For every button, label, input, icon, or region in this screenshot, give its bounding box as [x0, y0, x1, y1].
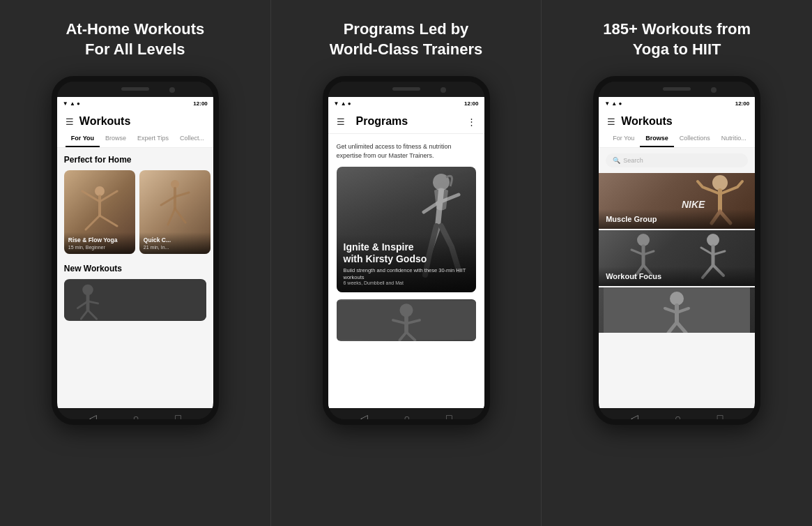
panel-3-title: 185+ Workouts from Yoga to HIIT — [603, 20, 751, 59]
home-nav-3[interactable]: ○ — [675, 412, 680, 423]
svg-line-9 — [175, 193, 189, 197]
menu-icon-3[interactable]: ☰ — [607, 117, 615, 127]
tab-collections-3[interactable]: Collections — [674, 132, 716, 147]
tabs-3: For You Browse Collections Nutritio... — [607, 132, 746, 147]
phone-3: ▼ ▲ ● 12:00 ☰ Workouts For You Browse Co… — [593, 76, 760, 425]
phone-bottom-3: ◁ ○ □ — [599, 408, 755, 425]
browse-grid-3: NIKE Muscle Group — [599, 173, 755, 333]
tabs-1: For You Browse Expert Tips Collect... — [66, 132, 205, 147]
screen-1-content: Perfect for Home — [57, 148, 213, 408]
quick-card[interactable]: Quick C... 21 min, In... — [139, 170, 210, 254]
status-time-3: 12:00 — [735, 100, 749, 107]
hero-meta: 6 weeks, Dumbbell and Mat — [344, 280, 469, 285]
browse-card-muscle[interactable]: NIKE Muscle Group — [599, 173, 755, 229]
recent-nav-3[interactable]: □ — [717, 412, 723, 423]
app-title-2: Programs — [356, 115, 408, 128]
back-nav-2[interactable]: ◁ — [360, 412, 368, 423]
search-bar-3[interactable]: 🔍 Search — [606, 153, 748, 167]
search-icon-3: 🔍 — [613, 157, 620, 164]
panel-2-title: Programs Led by World-Class Trainers — [330, 20, 483, 59]
svg-point-28 — [712, 175, 728, 190]
yoga-card-overlay: Rise & Flow Yoga 15 min, Beginner — [64, 232, 135, 254]
tab-browse-3[interactable]: Browse — [640, 132, 674, 147]
panel-1: At-Home Workouts For All Levels ▼ ▲ ● 12… — [0, 0, 270, 526]
tab-browse-1[interactable]: Browse — [100, 132, 132, 147]
phone-bottom-2: ◁ ○ □ — [328, 408, 484, 425]
status-time-1: 12:00 — [193, 100, 207, 107]
menu-icon-1[interactable]: ☰ — [66, 117, 74, 127]
status-bar-1: ▼ ▲ ● 12:00 — [57, 97, 213, 110]
browse-card-3[interactable] — [599, 287, 755, 333]
tab-for-you-1[interactable]: For You — [66, 132, 100, 147]
browse-card-focus-label: Workout Focus — [599, 266, 755, 286]
back-nav-3[interactable]: ◁ — [631, 412, 638, 423]
status-bar-3: ▼ ▲ ● 12:00 — [599, 97, 755, 110]
yoga-card[interactable]: Rise & Flow Yoga 15 min, Beginner — [64, 170, 135, 254]
phone-speaker-3 — [663, 87, 691, 91]
quick-card-meta: 21 min, In... — [144, 245, 206, 250]
svg-point-22 — [399, 304, 413, 317]
third-card-bg-svg — [599, 287, 755, 333]
app-header-2: ☰ Programs ⋮ — [328, 110, 484, 134]
new-workout-card[interactable] — [64, 279, 206, 321]
more-icon-2[interactable]: ⋮ — [467, 117, 476, 127]
status-signal-2: ▼ ▲ ● — [334, 100, 351, 107]
promo-text: Get unlimited access to fitness & nutrit… — [337, 142, 476, 160]
svg-text:NIKE: NIKE — [682, 199, 705, 210]
phone-camera — [169, 87, 175, 93]
menu-icon-2[interactable]: ☰ — [337, 117, 345, 127]
home-nav-2[interactable]: ○ — [404, 412, 410, 423]
workout-cards-row: Rise & Flow Yoga 15 min, Beginner — [64, 170, 206, 254]
section-title-new: New Workouts — [64, 264, 206, 273]
quick-card-label: Quick C... — [144, 236, 206, 243]
phone-speaker-2 — [392, 87, 420, 91]
program-hero-card[interactable]: Ignite & Inspire with Kirsty Godso Build… — [337, 167, 476, 292]
hero-title: Ignite & Inspire with Kirsty Godso — [344, 241, 469, 265]
home-nav-1[interactable]: ○ — [133, 412, 139, 423]
phone-1: ▼ ▲ ● 12:00 ☰ Workouts For You Browse Ex… — [52, 76, 219, 425]
svg-point-0 — [95, 186, 105, 196]
phone-bottom-1: ◁ ○ □ — [57, 408, 213, 425]
hero-text-overlay: Ignite & Inspire with Kirsty Godso Build… — [337, 234, 476, 292]
svg-point-31 — [707, 234, 719, 246]
yoga-card-meta: 15 min, Beginner — [68, 245, 131, 250]
recent-nav-1[interactable]: □ — [175, 412, 181, 423]
quick-figure-svg — [151, 177, 199, 233]
screen-2: ☰ Programs ⋮ Get unlimited access to fit… — [328, 110, 484, 408]
tab-nutrition-3[interactable]: Nutritio... — [716, 132, 752, 147]
app-title-1: Workouts — [79, 115, 130, 128]
phone-camera-2 — [441, 87, 446, 93]
app-title-3: Workouts — [621, 115, 672, 128]
browse-card-muscle-label: Muscle Group — [599, 209, 755, 229]
screen-2-content: Get unlimited access to fitness & nutrit… — [328, 134, 484, 408]
svg-line-10 — [168, 209, 175, 225]
yoga-card-label: Rise & Flow Yoga — [68, 236, 131, 243]
svg-line-11 — [175, 209, 185, 223]
phone-2: ▼ ▲ ● 12:00 ☰ Programs ⋮ Get unlimited a… — [323, 76, 490, 425]
quick-card-overlay: Quick C... 21 min, In... — [139, 232, 210, 254]
app-header-1: ☰ Workouts For You Browse Expert Tips Co… — [57, 110, 213, 148]
phone-camera-3 — [711, 87, 717, 93]
svg-line-5 — [100, 216, 117, 226]
panel-3: 185+ Workouts from Yoga to HIIT ▼ ▲ ● 12… — [542, 0, 812, 526]
phone-speaker — [121, 87, 149, 91]
svg-line-8 — [161, 197, 175, 205]
search-placeholder-3: Search — [623, 157, 643, 164]
status-time-2: 12:00 — [464, 100, 478, 107]
tab-for-you-3[interactable]: For You — [607, 132, 640, 147]
svg-point-30 — [637, 234, 650, 246]
panel-1-title: At-Home Workouts For All Levels — [66, 20, 204, 59]
browse-card-focus[interactable]: Workout Focus — [599, 230, 755, 286]
back-nav-1[interactable]: ◁ — [89, 412, 97, 423]
hero-desc: Build strength and confidence with these… — [344, 267, 469, 281]
app-header-3: ☰ Workouts For You Browse Collections Nu… — [599, 110, 755, 148]
panel-2: Programs Led by World-Class Trainers ▼ ▲… — [271, 0, 542, 526]
new-workout-bg — [64, 279, 206, 321]
tab-expert-tips-1[interactable]: Expert Tips — [132, 132, 174, 147]
program-thumb[interactable] — [337, 299, 476, 341]
tab-collections-1[interactable]: Collect... — [174, 132, 210, 147]
recent-nav-2[interactable]: □ — [446, 412, 452, 423]
thumb-bg — [337, 299, 476, 341]
status-signal-3: ▼ ▲ ● — [604, 100, 622, 107]
section-title-1: Perfect for Home — [64, 155, 206, 165]
